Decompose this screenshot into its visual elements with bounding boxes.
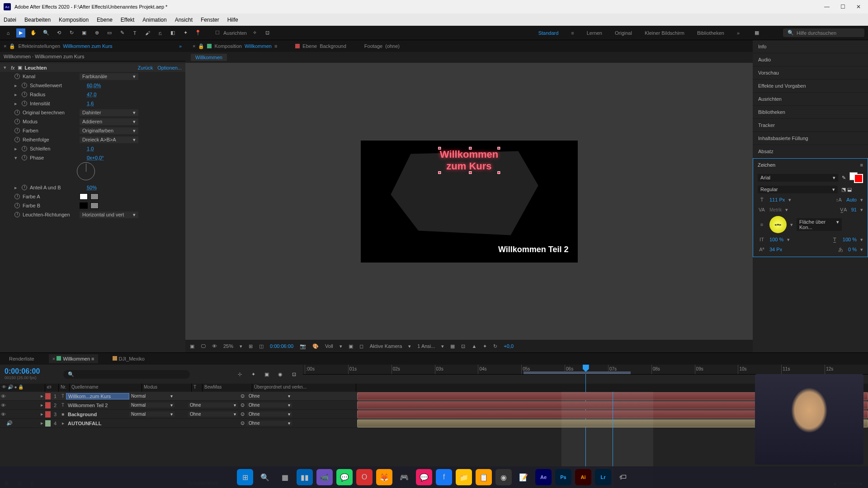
tl-tool-icon[interactable]: ⊡ <box>289 370 298 379</box>
close-button[interactable]: ✕ <box>856 4 861 10</box>
start-button[interactable]: ⊞ <box>237 469 253 485</box>
panel-menu-icon[interactable]: ≡ <box>860 162 863 168</box>
hscale-value[interactable]: 100 % <box>843 237 857 242</box>
facebook-icon[interactable]: f <box>436 469 452 485</box>
anteil-value[interactable]: 50% <box>87 185 97 190</box>
work-area[interactable] <box>524 371 631 374</box>
trackmatte-dropdown[interactable]: Ohne▾ <box>188 412 238 417</box>
zoom-tool[interactable]: 🔍 <box>42 28 51 38</box>
stopwatch-icon[interactable] <box>14 203 20 208</box>
original-dropdown[interactable]: Dahinter▾ <box>80 109 138 116</box>
minimize-button[interactable]: — <box>824 4 830 10</box>
panel-vorschau[interactable]: Vorschau <box>753 66 868 80</box>
stroke-width-scrubber[interactable]: ◂●▸ <box>769 216 787 233</box>
text-color-picker[interactable] <box>849 172 863 183</box>
eraser-tool[interactable]: ◧ <box>168 28 177 38</box>
parent-dropdown[interactable]: Ohne▾ <box>247 421 292 426</box>
viewer-icon[interactable]: ▦ <box>450 343 455 349</box>
pen-tool[interactable]: ✎ <box>118 28 127 38</box>
panel-ausrichten[interactable]: Ausrichten <box>753 93 868 106</box>
stopwatch-icon[interactable] <box>14 74 20 79</box>
label-color[interactable] <box>45 393 51 399</box>
kerning-value[interactable]: Metrik <box>769 207 782 212</box>
swap-colors-icon[interactable]: ⬔ ⬓ <box>841 187 863 192</box>
phase-dial[interactable] <box>77 162 95 180</box>
tab-dji[interactable]: DJI_Mexiko <box>109 354 148 363</box>
stopwatch-icon[interactable] <box>22 83 27 88</box>
roto-tool[interactable]: ✦ <box>181 28 190 38</box>
viewer-icon[interactable]: ◫ <box>259 343 264 349</box>
menu-bearbeiten[interactable]: Bearbeiten <box>24 17 51 23</box>
stopwatch-icon[interactable] <box>22 155 27 160</box>
tl-tool-icon[interactable]: ✦ <box>249 370 258 379</box>
time-ruler[interactable]: :00s 01s 02s 03s 04s 05s 06s 07s 08s 09s… <box>303 365 868 375</box>
workspace-bibliotheken[interactable]: Bibliotheken <box>697 30 724 36</box>
schleifen-value[interactable]: 1,0 <box>87 146 94 151</box>
menu-datei[interactable]: Datei <box>4 17 16 23</box>
lock-icon[interactable]: 🔒 <box>9 43 15 49</box>
tl-tool-icon[interactable]: ▣ <box>262 370 271 379</box>
text-tool[interactable]: T <box>130 28 139 38</box>
layer-name[interactable]: Willkom...zum Kurs <box>66 393 129 399</box>
effect-back-link[interactable]: Zurück <box>138 65 153 70</box>
help-search[interactable]: 🔍 Hilfe durchsuchen <box>783 28 864 37</box>
modus-dropdown[interactable]: Addieren▾ <box>80 118 138 125</box>
visibility-icon[interactable]: 👁 <box>0 394 6 399</box>
expand-icon[interactable]: ▸ <box>14 146 19 152</box>
viewer-icon[interactable]: ▣ <box>190 343 194 349</box>
panel-info[interactable]: Info <box>753 40 868 53</box>
stopwatch-icon[interactable] <box>14 110 20 115</box>
hand-tool[interactable]: ✋ <box>29 28 38 38</box>
color-mgmt-icon[interactable]: 🎨 <box>312 343 319 349</box>
label-color[interactable] <box>45 420 51 427</box>
snap2-icon[interactable]: ⊡ <box>263 28 272 38</box>
obs-icon[interactable]: ◉ <box>495 469 512 485</box>
schwellenwert-value[interactable]: 60,0% <box>87 83 101 88</box>
app-icon[interactable]: ▮▮ <box>297 469 313 485</box>
menu-ansicht[interactable]: Ansicht <box>175 17 193 23</box>
expand-icon[interactable]: ▸ <box>14 185 19 191</box>
trackmatte-dropdown[interactable]: Ohne▾ <box>188 403 238 408</box>
richtung-dropdown[interactable]: Horizontal und vert▾ <box>80 211 138 218</box>
stopwatch-icon[interactable] <box>14 137 20 142</box>
view-dropdown[interactable]: Aktive Kamera <box>370 343 402 349</box>
illustrator-icon[interactable]: Ai <box>575 469 591 485</box>
farbe-b-swatch[interactable] <box>80 202 88 209</box>
mode-dropdown[interactable]: Normal▾ <box>129 403 175 408</box>
eyedropper-b-icon[interactable] <box>90 202 99 209</box>
explorer-icon[interactable]: 📁 <box>456 469 472 485</box>
fill-stroke-dropdown[interactable]: Fläche über Kon...▾ <box>797 218 842 231</box>
layer-row-2[interactable]: 👁 ▸ 2 T Willkommen Teil 2 Normal▾ Ohne▾ … <box>0 401 357 410</box>
audio-icon[interactable]: 🔊 <box>6 420 13 426</box>
puppet-tool[interactable]: 📍 <box>193 28 203 38</box>
eyedropper-a-icon[interactable] <box>90 193 99 200</box>
radius-value[interactable]: 47,0 <box>87 92 96 97</box>
panel-inhaltsfuellung[interactable]: Inhaltsbasierte Füllung <box>753 132 868 145</box>
kanal-dropdown[interactable]: Farbkanäle▾ <box>80 73 138 80</box>
views-dropdown[interactable]: 1 Ansi... <box>417 343 435 349</box>
maximize-button[interactable]: ☐ <box>840 4 845 10</box>
intensitaet-value[interactable]: 1,6 <box>87 101 94 106</box>
text-layer-1[interactable]: Willkommenzum Kurs <box>440 149 498 173</box>
shape-tool[interactable]: ▭ <box>105 28 114 38</box>
mode-dropdown[interactable]: Normal▾ <box>129 412 175 417</box>
messenger-icon[interactable]: 💬 <box>416 469 432 485</box>
effect-tab[interactable]: Effekteinstellungen <box>18 43 60 49</box>
clone-tool[interactable]: ⎌ <box>156 28 165 38</box>
time-value[interactable]: 0:00:06:00 <box>270 343 293 349</box>
viewer-icon[interactable]: ⊞ <box>249 343 253 349</box>
label-color[interactable] <box>45 402 51 408</box>
effect-header[interactable]: ▾ fx ▣ Leuchten Zurück Optionen... <box>0 63 185 72</box>
viewer-icon[interactable]: ✦ <box>483 343 487 349</box>
brush-tool[interactable]: 🖌 <box>143 28 152 38</box>
app-icon[interactable]: 📝 <box>515 469 532 485</box>
stopwatch-icon[interactable] <box>14 212 20 217</box>
menu-komposition[interactable]: Komposition <box>59 17 89 23</box>
viewer-area[interactable]: Willkommenzum Kurs Willkommen Teil 2 <box>185 63 753 340</box>
stopwatch-icon[interactable] <box>14 128 20 133</box>
app-icon[interactable]: O <box>356 469 373 485</box>
eyedropper-icon[interactable]: ✎ <box>842 175 846 181</box>
timeline-search[interactable]: 🔍 <box>63 370 190 379</box>
layer-row-3[interactable]: 👁 ▸ 3 ■ Background Normal▾ Ohne▾ ⊙ Ohne▾ <box>0 410 357 419</box>
comp-tab[interactable]: ×🔒Komposition Willkommen ≡ <box>193 43 277 49</box>
